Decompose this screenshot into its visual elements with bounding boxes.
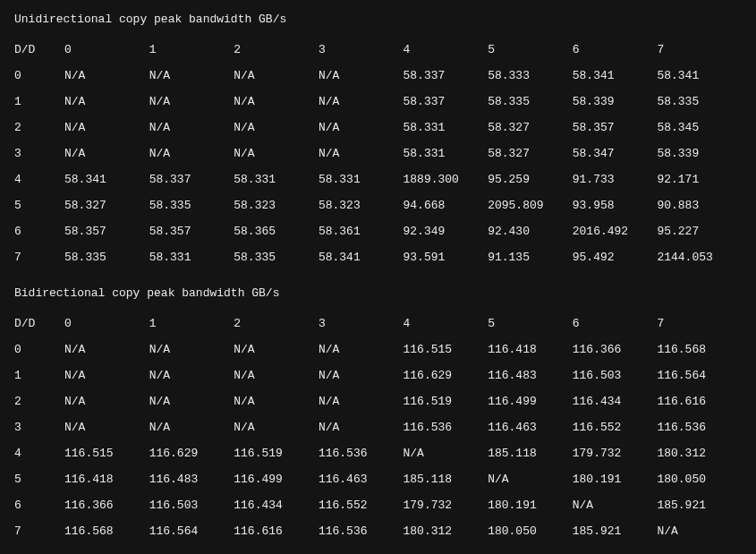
cell: N/A — [319, 141, 403, 166]
row-header-label: D/D — [14, 37, 64, 63]
row-label: 1 — [14, 362, 64, 388]
cell: N/A — [234, 388, 319, 414]
section-title: Bidirectional copy peak bandwidth GB/s — [14, 286, 742, 300]
cell: 95.492 — [573, 244, 658, 270]
cell: 58.357 — [64, 218, 149, 244]
cell: N/A — [319, 388, 403, 414]
cell: 58.337 — [149, 166, 234, 192]
table-row: 5 58.327 58.335 58.323 58.323 94.668 209… — [14, 192, 742, 218]
cell: 116.629 — [403, 362, 488, 388]
cell: N/A — [64, 414, 149, 440]
cell: 179.732 — [403, 492, 488, 518]
cell: 116.366 — [573, 337, 658, 362]
cell: 58.331 — [403, 115, 488, 141]
cell: 58.331 — [234, 166, 319, 192]
row-label: 2 — [14, 115, 64, 141]
bidirectional-section: Bidirectional copy peak bandwidth GB/s D… — [14, 286, 742, 544]
row-label: 5 — [14, 466, 64, 492]
cell: 116.503 — [573, 362, 658, 388]
cell: 58.335 — [488, 89, 573, 115]
cell: 95.259 — [488, 166, 573, 192]
cell: N/A — [657, 518, 742, 544]
cell: 116.629 — [149, 440, 234, 466]
cell: 2144.053 — [657, 244, 742, 270]
cell: 180.050 — [657, 466, 742, 492]
table-row: 1 N/A N/A N/A N/A 58.337 58.335 58.339 5… — [14, 89, 742, 115]
cell: 58.341 — [573, 63, 658, 89]
cell: 116.463 — [319, 466, 403, 492]
cell: 116.519 — [234, 440, 319, 466]
row-label: 0 — [14, 337, 64, 362]
cell: 91.733 — [573, 166, 658, 192]
cell: 116.418 — [488, 337, 573, 362]
row-label: 7 — [14, 244, 64, 270]
row-label: 4 — [14, 440, 64, 466]
cell: 116.366 — [64, 492, 149, 518]
cell: 116.568 — [64, 518, 149, 544]
cell: 116.536 — [319, 518, 403, 544]
row-label: 6 — [14, 492, 64, 518]
cell: 58.333 — [488, 63, 573, 89]
cell: 116.564 — [149, 518, 234, 544]
col-header: 4 — [403, 37, 488, 63]
cell: 92.430 — [488, 218, 573, 244]
col-header: 6 — [573, 37, 658, 63]
cell: 58.339 — [657, 141, 742, 166]
cell: 92.171 — [657, 166, 742, 192]
cell: 58.335 — [64, 244, 149, 270]
row-label: 5 — [14, 192, 64, 218]
cell: 116.434 — [573, 388, 658, 414]
cell: N/A — [64, 63, 149, 89]
col-header: 2 — [234, 37, 319, 63]
row-label: 4 — [14, 166, 64, 192]
cell: 116.499 — [488, 388, 573, 414]
table-row: 0 N/A N/A N/A N/A 58.337 58.333 58.341 5… — [14, 63, 742, 89]
row-label: 3 — [14, 141, 64, 166]
cell: N/A — [319, 63, 403, 89]
table-row: 6 58.357 58.357 58.365 58.361 92.349 92.… — [14, 218, 742, 244]
row-header-label: D/D — [14, 311, 64, 337]
cell: 58.331 — [319, 166, 403, 192]
cell: 116.463 — [488, 414, 573, 440]
cell: 116.515 — [64, 440, 149, 466]
cell: 58.341 — [64, 166, 149, 192]
cell: 58.345 — [657, 115, 742, 141]
cell: 116.616 — [234, 518, 319, 544]
cell: 180.191 — [488, 492, 573, 518]
cell: 116.552 — [319, 492, 403, 518]
cell: N/A — [64, 362, 149, 388]
cell: 95.227 — [657, 218, 742, 244]
cell: N/A — [149, 63, 234, 89]
col-header: 4 — [403, 311, 488, 337]
cell: N/A — [64, 388, 149, 414]
cell: 180.050 — [488, 518, 573, 544]
cell: 179.732 — [573, 440, 658, 466]
cell: 58.337 — [403, 89, 488, 115]
cell: N/A — [149, 388, 234, 414]
cell: N/A — [64, 89, 149, 115]
cell: N/A — [234, 362, 319, 388]
row-label: 6 — [14, 218, 64, 244]
cell: 2016.492 — [573, 218, 658, 244]
row-label: 2 — [14, 388, 64, 414]
cell: 180.312 — [403, 518, 488, 544]
col-header: 1 — [149, 311, 234, 337]
cell: N/A — [319, 362, 403, 388]
row-label: 7 — [14, 518, 64, 544]
cell: 58.347 — [573, 141, 658, 166]
table-row: 4 116.515 116.629 116.519 116.536 N/A 18… — [14, 440, 742, 466]
cell: 58.341 — [319, 244, 403, 270]
row-label: 3 — [14, 414, 64, 440]
cell: 116.503 — [149, 492, 234, 518]
cell: 180.312 — [657, 440, 742, 466]
table-row: 1 N/A N/A N/A N/A 116.629 116.483 116.50… — [14, 362, 742, 388]
cell: 116.418 — [64, 466, 149, 492]
cell: 185.118 — [403, 466, 488, 492]
cell: 116.434 — [234, 492, 319, 518]
table-header-row: D/D 0 1 2 3 4 5 6 7 — [14, 37, 742, 63]
cell: N/A — [319, 89, 403, 115]
cell: 116.536 — [657, 414, 742, 440]
cell: N/A — [234, 63, 319, 89]
cell: 58.341 — [657, 63, 742, 89]
cell: 1889.300 — [403, 166, 488, 192]
